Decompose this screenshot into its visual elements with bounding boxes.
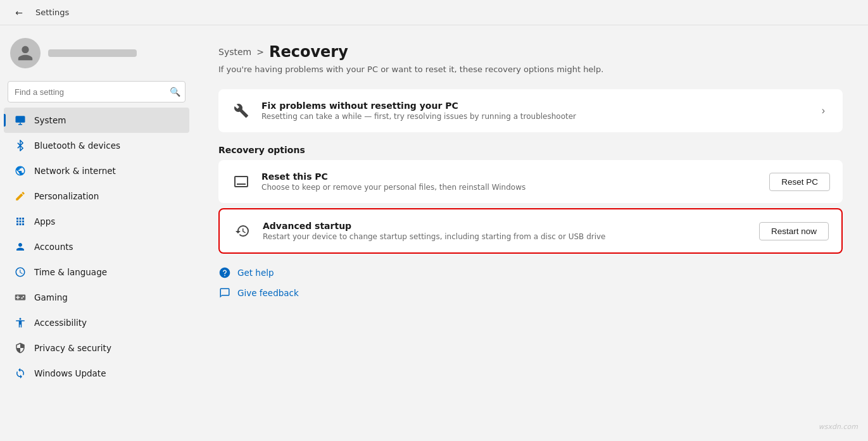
get-help-link[interactable]: Get help	[218, 266, 843, 279]
content-area: System > Recovery If you're having probl…	[193, 25, 868, 441]
restart-now-button[interactable]: Restart now	[759, 222, 829, 240]
sidebar-item-gaming[interactable]: Gaming	[4, 285, 189, 310]
reset-pc-icon	[231, 171, 251, 192]
personalization-icon	[14, 190, 27, 202]
breadcrumb: System > Recovery	[218, 43, 843, 61]
advanced-startup-row: Advanced startup Restart your device to …	[220, 209, 841, 252]
sidebar-item-accounts-label: Accounts	[34, 242, 73, 252]
fix-problems-chevron[interactable]: ›	[817, 102, 830, 119]
search-icon: 🔍	[170, 87, 180, 97]
sidebar-item-network-label: Network & internet	[34, 166, 116, 176]
privacy-icon	[14, 342, 27, 354]
svg-rect-0	[16, 116, 25, 123]
user-profile	[0, 30, 193, 78]
links-section: Get help Give feedback	[218, 266, 843, 299]
search-input[interactable]	[8, 81, 186, 102]
time-icon	[14, 266, 27, 278]
reset-pc-action[interactable]: Reset PC	[769, 173, 830, 191]
advanced-startup-text: Advanced startup Restart your device to …	[263, 221, 749, 241]
sidebar-item-bluetooth-label: Bluetooth & devices	[34, 140, 120, 151]
sidebar-item-accessibility-label: Accessibility	[34, 318, 87, 328]
reset-pc-card: Reset this PC Choose to keep or remove y…	[218, 160, 843, 203]
give-feedback-label: Give feedback	[237, 288, 299, 298]
breadcrumb-system: System	[218, 47, 251, 57]
fix-problems-icon	[231, 101, 251, 121]
get-help-label: Get help	[237, 268, 274, 278]
sidebar-item-update-label: Windows Update	[34, 368, 106, 378]
reset-pc-text: Reset this PC Choose to keep or remove y…	[261, 171, 759, 192]
reset-pc-desc: Choose to keep or remove your personal f…	[261, 183, 759, 192]
fix-problems-desc: Resetting can take a while — first, try …	[261, 112, 807, 121]
advanced-startup-card: Advanced startup Restart your device to …	[218, 208, 843, 254]
sidebar-item-time-label: Time & language	[34, 267, 107, 277]
reset-pc-button[interactable]: Reset PC	[769, 173, 830, 191]
page-title: Recovery	[269, 43, 348, 61]
app-title: Settings	[35, 8, 69, 17]
give-feedback-icon	[218, 287, 231, 299]
advanced-startup-icon	[232, 221, 253, 241]
sidebar-item-personalization-label: Personalization	[34, 191, 99, 201]
get-help-icon	[218, 266, 231, 279]
gaming-icon	[14, 291, 27, 304]
accessibility-icon	[14, 316, 27, 329]
give-feedback-link[interactable]: Give feedback	[218, 287, 843, 299]
apps-icon	[14, 215, 27, 228]
fix-problems-row[interactable]: Fix problems without resetting your PC R…	[218, 89, 843, 132]
sidebar-item-personalization[interactable]: Personalization	[4, 183, 189, 209]
fix-problems-card: Fix problems without resetting your PC R…	[218, 89, 843, 132]
page-subtitle: If you're having problems with your PC o…	[218, 65, 843, 74]
sidebar-item-update[interactable]: Windows Update	[4, 361, 189, 386]
sidebar-item-bluetooth[interactable]: Bluetooth & devices	[4, 133, 189, 158]
update-icon	[14, 367, 27, 380]
sidebar-item-gaming-label: Gaming	[34, 292, 68, 302]
search-box[interactable]: 🔍	[8, 81, 186, 102]
fix-problems-title: Fix problems without resetting your PC	[261, 101, 807, 111]
sidebar-item-system-label: System	[34, 115, 66, 125]
reset-pc-row: Reset this PC Choose to keep or remove y…	[218, 160, 843, 203]
network-icon	[14, 165, 27, 177]
watermark: wsxdn.com	[819, 423, 858, 431]
fix-problems-text: Fix problems without resetting your PC R…	[261, 101, 807, 121]
sidebar-item-network[interactable]: Network & internet	[4, 158, 189, 183]
sidebar: 🔍 System Bluetooth & devices Network & i…	[0, 25, 193, 441]
advanced-startup-desc: Restart your device to change startup se…	[263, 232, 749, 241]
sidebar-item-apps[interactable]: Apps	[4, 209, 189, 234]
sidebar-item-system[interactable]: System	[4, 108, 189, 133]
user-name	[48, 49, 137, 57]
system-icon	[14, 114, 27, 127]
sidebar-item-time[interactable]: Time & language	[4, 259, 189, 285]
fix-problems-action[interactable]: ›	[817, 102, 830, 119]
avatar	[10, 38, 41, 68]
sidebar-item-apps-label: Apps	[34, 216, 55, 227]
reset-pc-title: Reset this PC	[261, 171, 759, 182]
app-body: 🔍 System Bluetooth & devices Network & i…	[0, 25, 868, 441]
sidebar-item-privacy[interactable]: Privacy & security	[4, 335, 189, 361]
advanced-startup-title: Advanced startup	[263, 221, 749, 231]
title-bar: ← Settings	[0, 0, 868, 25]
accounts-icon	[14, 240, 27, 253]
back-button[interactable]: ←	[10, 4, 28, 22]
sidebar-item-accounts[interactable]: Accounts	[4, 234, 189, 259]
sidebar-item-privacy-label: Privacy & security	[34, 343, 111, 353]
breadcrumb-separator: >	[256, 47, 264, 57]
advanced-startup-action[interactable]: Restart now	[759, 222, 829, 240]
sidebar-item-accessibility[interactable]: Accessibility	[4, 310, 189, 335]
recovery-options-title: Recovery options	[218, 145, 843, 155]
bluetooth-icon	[14, 139, 27, 152]
